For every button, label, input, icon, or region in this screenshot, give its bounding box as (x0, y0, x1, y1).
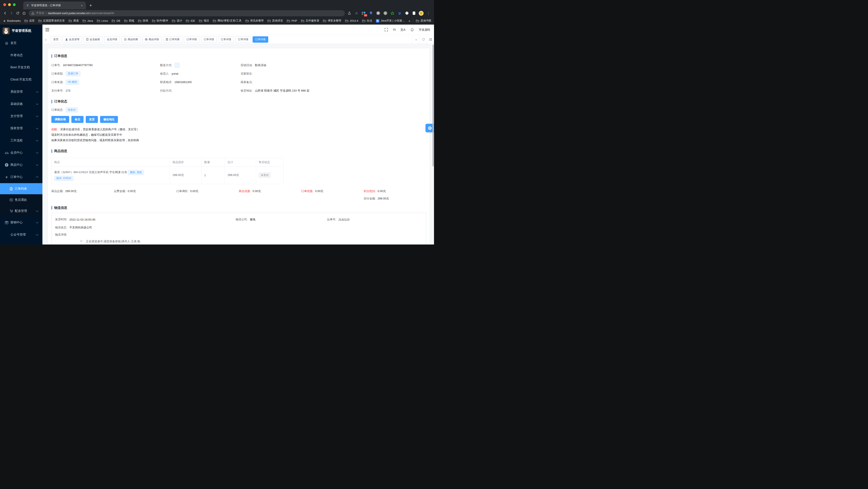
edit-address-button[interactable]: 修改地址 (100, 116, 118, 123)
bookmarks-overflow-icon[interactable]: » (408, 19, 410, 23)
home-button[interactable] (21, 10, 27, 16)
tab-order-detail[interactable]: 订单详情 (236, 36, 251, 43)
tab-member-detail[interactable]: 会员详情 (104, 36, 120, 43)
language-icon[interactable]: 文A (401, 28, 405, 32)
fullscreen-icon[interactable] (384, 28, 388, 32)
chevron-down-icon (36, 90, 38, 93)
bookmark-java-page[interactable]: BJava开发 | 小组首… (376, 19, 405, 23)
bookmark-folder[interactable]: 运营 (24, 19, 35, 23)
bookmark-folder[interactable]: 文件服务器 (301, 19, 319, 23)
tab-product-detail[interactable]: 商品详情 (142, 36, 162, 43)
tabs-scroll-right-icon[interactable]: » (412, 35, 420, 44)
page-scrollbar-thumb[interactable] (432, 44, 434, 166)
total-points-deduct: 积分抵扣:0.00元 (364, 189, 426, 193)
extension-balloon-icon[interactable] (368, 11, 374, 16)
window-minimize-button[interactable] (8, 3, 11, 6)
timeline-line (81, 243, 82, 245)
bookmarks-root[interactable]: ★Bookmarks (3, 19, 21, 23)
sidebar-item-order-list[interactable]: 订单列表 (0, 183, 42, 194)
tabs-layout-grid-icon[interactable] (427, 35, 434, 44)
back-button[interactable] (2, 10, 8, 16)
sidebar-item-author-news[interactable]: 作者动态 (0, 49, 42, 61)
extension-command-icon[interactable]: ⌘ (375, 11, 381, 16)
reload-button[interactable] (15, 10, 21, 16)
sidebar-item-order-center[interactable]: e订单中心 (0, 171, 42, 183)
section-logistics-title: 物流信息 (51, 206, 426, 210)
tab-order-detail[interactable]: 订单详情 (201, 36, 217, 43)
chevron-down-icon (36, 102, 38, 105)
sidebar-item-mp-manage[interactable]: 公众号管理 (0, 228, 42, 241)
bookmark-folder[interactable]: 其他语言 (267, 19, 283, 23)
browser-menu-icon[interactable]: ⋮ (426, 11, 431, 16)
user-menu[interactable]: 芋道源码 (419, 28, 430, 32)
address-bar[interactable]: 不安全 dashboard-vue3.yudao.iocoder.cn/trad… (29, 10, 345, 16)
tab-order-detail-active[interactable]: 订单详情 (253, 36, 268, 43)
tab-product-list[interactable]: 商品列表 (121, 36, 141, 43)
new-tab-button[interactable]: + (88, 2, 94, 9)
adjust-price-button[interactable]: 调整价格 (51, 116, 69, 123)
bookmark-folder[interactable]: PHP (287, 19, 297, 23)
sidebar-item-marketing-center[interactable]: 营销中心 (0, 216, 42, 228)
tab-order-detail[interactable]: 订单详情 (218, 36, 234, 43)
bookmark-folder[interactable]: 博客未整理 (323, 19, 341, 23)
tab-order-detail[interactable]: 订单详情 (184, 36, 199, 43)
bookmark-folder[interactable]: 设计 (172, 19, 182, 23)
sidebar-item-boot-docs[interactable]: Boot 开发文档 (0, 61, 42, 73)
bookmark-folder[interactable]: 资讯未整理 (245, 19, 264, 23)
bookmark-folder[interactable]: 生活 (362, 19, 372, 23)
sidebar-item-report[interactable]: 报表管理 (0, 122, 42, 134)
tab-member-manage[interactable]: 会员管理 (63, 36, 82, 43)
sidebar-item-system[interactable]: 系统管理 (0, 86, 42, 98)
sidebar-item-aftersale-refund[interactable]: 售后退款 (0, 194, 42, 205)
bookmark-folder[interactable]: 软件/硬件 (152, 19, 168, 23)
bookmark-folder[interactable]: 2014-4 (345, 19, 358, 23)
tabs-refresh-icon[interactable] (420, 35, 427, 44)
forward-button[interactable] (8, 10, 14, 16)
sidebar-item-cloud-docs[interactable]: Cloud 开发文档 (0, 73, 42, 86)
color-tag: 颜色: 黑色 (128, 170, 144, 175)
tabs-scroll-left-icon[interactable]: « (42, 35, 50, 44)
window-close-button[interactable] (3, 3, 6, 6)
remark-button[interactable]: 备注 (71, 116, 84, 123)
bookmark-folder[interactable]: Linux (97, 19, 108, 23)
extension-star-icon[interactable] (390, 11, 395, 16)
extension-tasks-icon[interactable]: 12 (361, 11, 366, 16)
sidebar-item-member-center[interactable]: 会员中心 (0, 147, 42, 159)
tab-order-list[interactable]: 订单列表 (163, 36, 182, 43)
font-size-icon[interactable]: Tt (393, 28, 396, 31)
notification-bell-icon[interactable] (410, 28, 414, 32)
profile-avatar[interactable] (418, 11, 424, 16)
collapse-menu-icon[interactable] (45, 28, 50, 32)
bookmark-folder[interactable]: IDE (186, 19, 195, 23)
bookmark-folder[interactable]: 近期需要读的文章 (38, 19, 65, 23)
bookmark-folder[interactable]: 网站/博客/文章/工具 (213, 19, 242, 23)
tab-member-tag[interactable]: 会员标签 (84, 36, 103, 43)
sidebar-item-delivery[interactable]: 配送管理 (0, 205, 42, 216)
sidebar-item-home[interactable]: 首页 (0, 37, 42, 49)
window-zoom-button[interactable] (13, 3, 16, 6)
sidebar-item-product-center[interactable]: P商品中心 (0, 159, 42, 171)
bookmark-folder[interactable]: Java (83, 19, 93, 23)
bookmark-star-icon[interactable]: ☆ (354, 11, 359, 16)
other-bookmarks[interactable]: 其他书签 (416, 19, 431, 23)
bookmark-folder[interactable]: 前端 (124, 19, 134, 23)
bookmark-folder[interactable]: 搜索 (68, 19, 79, 23)
sidebar-item-workflow[interactable]: 工作流程 (0, 134, 42, 147)
sidebar-item-infra[interactable]: 基础设施 (0, 98, 42, 110)
bookmark-folder[interactable]: 项目 (199, 19, 209, 23)
browser-tab[interactable]: 芋道管理系统 - 订单详情 × (23, 2, 86, 9)
tab-home[interactable]: 首页 (51, 36, 61, 43)
bookmark-folder[interactable]: 游戏 (138, 19, 148, 23)
extension-dot-icon[interactable] (383, 11, 388, 16)
phone-field: 联系电话:15601691300 (160, 80, 241, 85)
share-icon[interactable] (347, 11, 352, 16)
tab-close-icon[interactable]: × (80, 3, 84, 7)
bookmark-folder[interactable]: DB (112, 19, 120, 23)
sidebar-item-payment[interactable]: 支付管理 (0, 110, 42, 122)
app-logo[interactable]: 芋道管理系统 (0, 25, 42, 37)
extension-chevrons-icon[interactable] (397, 11, 402, 16)
extensions-puzzle-icon[interactable] (404, 11, 409, 16)
payable-amount: 应付金额:299.00元 (364, 196, 426, 201)
ship-button[interactable]: 发货 (86, 116, 98, 123)
extension-panel-icon[interactable] (411, 11, 416, 16)
